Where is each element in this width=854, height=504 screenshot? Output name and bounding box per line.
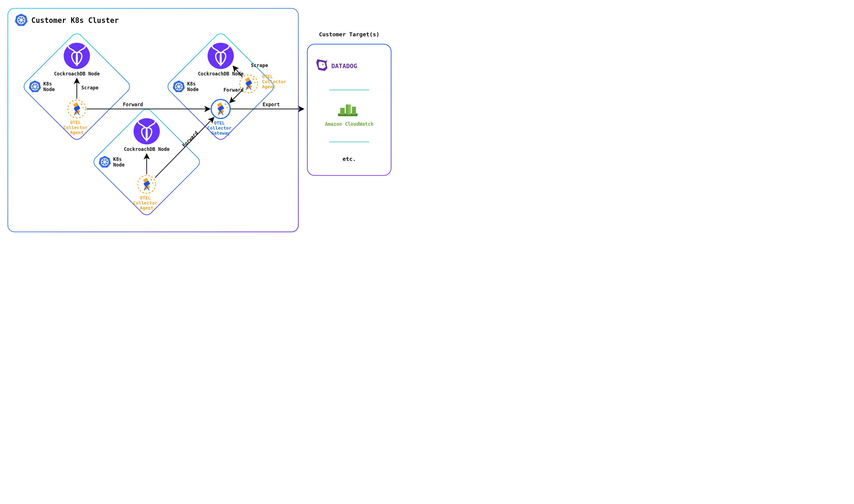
cluster-title: Customer K8s Cluster: [31, 16, 119, 24]
datadog-label: DATADOG: [331, 62, 357, 70]
cockroachdb-icon: [133, 118, 160, 144]
otel-agent-label: OTEL Collector Agent: [262, 74, 289, 89]
crdb-node-label: CockroachDB Node: [124, 146, 169, 152]
k8s-node-label: K8s Node: [113, 157, 125, 168]
otel-agent-icon: [138, 176, 156, 193]
scrape-label: Scrape: [251, 62, 268, 68]
k8s-node-3: K8s Node CockroachDB Node OTEL Collector…: [91, 107, 202, 217]
k8s-node-label: K8s Node: [187, 81, 199, 92]
k8s-node-1: K8s Node CockroachDB Node OTEL Collector…: [21, 31, 132, 142]
cockroachdb-icon: [64, 43, 90, 69]
otel-agent-icon: [68, 100, 86, 118]
diagram-canvas: Customer K8s Cluster K8s Node CockroachD…: [0, 0, 408, 240]
targets-title: Customer Target(s): [319, 31, 380, 38]
targets-etc: etc.: [343, 156, 356, 162]
forward-label-3: Forward: [181, 130, 199, 148]
export-label: Export: [262, 102, 280, 107]
cluster-title-group: Customer K8s Cluster: [15, 14, 119, 26]
cockroachdb-icon: [207, 43, 234, 69]
kubernetes-icon: [15, 14, 28, 26]
otel-gateway-icon: [211, 100, 230, 119]
cloudwatch-label: Amazon CloudWatch: [325, 121, 374, 127]
scrape-label: Scrape: [81, 85, 98, 91]
k8s-node-2: K8s Node CockroachDB Node OTEL Collector…: [165, 31, 289, 142]
crdb-node-label: CockroachDB Node: [54, 71, 100, 76]
forward-label-inner: Forward: [223, 87, 243, 93]
forward-label-1: Forward: [123, 102, 143, 107]
cloudwatch-logo: [338, 105, 358, 116]
datadog-logo: [316, 59, 327, 71]
k8s-node-label: K8s Node: [43, 81, 55, 92]
crdb-node-label: CockroachDB Node: [198, 71, 243, 76]
